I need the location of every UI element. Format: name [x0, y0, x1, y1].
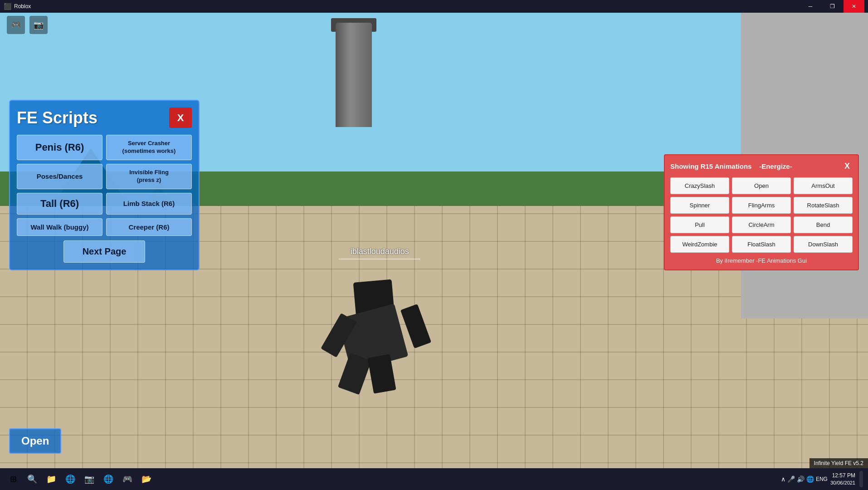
volume-icon[interactable]: 🔊 [797, 475, 805, 483]
fe-btn-limb-stack[interactable]: Limb Stack (R6) [106, 193, 192, 215]
fe-scripts-close-button[interactable]: X [169, 108, 192, 128]
anim-btn-bend[interactable]: Bend [794, 216, 853, 233]
character-leg-left [338, 353, 371, 395]
taskbar-right: ∧ 🎤 🔊 🌐 ENG 12:57 PM 30/06/2021 [781, 471, 864, 487]
taskbar-search-button[interactable]: 🔍 [24, 471, 40, 487]
taskbar-date-display: 30/06/2021 [830, 480, 855, 486]
anim-btn-floatslash[interactable]: FloatSlash [732, 236, 791, 253]
fe-btn-creeper-r6[interactable]: Creeper (R6) [106, 218, 192, 236]
taskbar-fileexplorer-button[interactable]: 📁 [43, 471, 59, 487]
taskbar-time-display: 12:57 PM [830, 472, 855, 480]
fe-btn-penis-r6[interactable]: Penis (R6) [17, 135, 102, 160]
fe-scripts-grid: Penis (R6) Server Crasher(sometimes work… [17, 135, 192, 236]
restore-button[interactable]: ❐ [822, 0, 843, 13]
anim-btn-spinner[interactable]: Spinner [670, 197, 729, 214]
fe-animations-close-button[interactable]: X [842, 161, 853, 172]
language-label: ENG [816, 476, 828, 482]
taskbar-start-button[interactable]: ⊞ [5, 471, 21, 487]
camera-icon[interactable]: 📷 [29, 16, 48, 34]
taskbar-chrome-button[interactable]: 🌐 [62, 471, 78, 487]
iy-notification: Infinite Yield FE v5.2 [809, 458, 868, 468]
fe-btn-invisible-fling[interactable]: Invisible Fling(press z) [106, 164, 192, 189]
taskbar-system-tray: ∧ 🎤 🔊 🌐 ENG [781, 475, 828, 483]
fe-btn-tall-r6[interactable]: Tall (R6) [17, 193, 102, 215]
anim-btn-crazyslash[interactable]: CrazySlash [670, 177, 729, 194]
taskbar-roblox-button[interactable]: 🎮 [119, 471, 136, 487]
taskbar-show-desktop-button[interactable] [859, 471, 863, 487]
taskbar-icon4[interactable]: 📷 [81, 471, 98, 487]
fe-animations-title: Showing R15 Animations -Energize- [670, 162, 792, 170]
fe-anim-title-left: Showing R15 Animations [670, 162, 751, 170]
taskbar-icon7[interactable]: 📂 [138, 471, 155, 487]
anim-btn-rotateslash[interactable]: RotateSlash [794, 197, 853, 214]
network-icon[interactable]: 🌐 [806, 475, 814, 483]
anim-btn-pull[interactable]: Pull [670, 216, 729, 233]
anim-btn-downslash[interactable]: DownSlash [794, 236, 853, 253]
fe-animations-header: Showing R15 Animations -Energize- X [670, 161, 853, 172]
roblox-menu-icon[interactable]: 🎮 [7, 16, 25, 34]
anim-btn-flingarms[interactable]: FlingArms [732, 197, 791, 214]
chevron-up-icon[interactable]: ∧ [781, 475, 785, 483]
minimize-button[interactable]: ─ [800, 0, 821, 13]
fe-animations-grid: CrazySlash Open ArmsOut Spinner FlingArm… [670, 177, 853, 253]
fe-anim-title-right: -Energize- [759, 162, 792, 170]
microphone-icon[interactable]: 🎤 [787, 475, 795, 483]
character-arm-right [400, 304, 431, 348]
fe-btn-server-crasher[interactable]: Server Crasher(sometimes works) [106, 135, 192, 160]
fe-scripts-header: FE Scripts X [17, 108, 192, 128]
taskbar-icon5[interactable]: 🌐 [100, 471, 117, 487]
titlebar-left: ⬛ Roblox [4, 3, 31, 10]
tower [336, 23, 372, 127]
fe-btn-poses-dances[interactable]: Poses/Dances [17, 164, 102, 189]
anim-btn-circlearm[interactable]: CircleArm [732, 216, 791, 233]
fe-animations-panel: Showing R15 Animations -Energize- X Craz… [664, 154, 859, 270]
game-top-icons: 🎮 📷 [7, 16, 48, 34]
player-name-underline [339, 259, 420, 260]
open-button[interactable]: Open [9, 428, 61, 454]
taskbar: ⊞ 🔍 📁 🌐 📷 🌐 🎮 📂 ∧ 🎤 🔊 🌐 ENG 12:57 PM 30/… [0, 468, 868, 490]
titlebar-title: Roblox [14, 3, 31, 10]
anim-btn-weirdzombie[interactable]: WeirdZombie [670, 236, 729, 253]
iy-notification-text: Infinite Yield FE v5.2 [814, 460, 863, 466]
fe-scripts-title: FE Scripts [17, 108, 98, 127]
anim-btn-open[interactable]: Open [732, 177, 791, 194]
fe-scripts-panel: FE Scripts X Penis (R6) Server Crasher(s… [9, 100, 200, 270]
roblox-logo-icon: ⬛ [4, 3, 11, 10]
fe-btn-wall-walk[interactable]: Wall Walk (buggy) [17, 218, 102, 236]
fe-animations-footer: By iIremember -FE Animations Gui [670, 257, 853, 264]
taskbar-clock[interactable]: 12:57 PM 30/06/2021 [830, 472, 855, 486]
close-button[interactable]: ✕ [844, 0, 864, 13]
player-character: iblastloudaudios [330, 247, 429, 392]
titlebar: ⬛ Roblox ─ ❐ ✕ [0, 0, 868, 13]
titlebar-controls: ─ ❐ ✕ [800, 0, 864, 13]
player-name: iblastloudaudios [351, 247, 409, 256]
anim-btn-armsout[interactable]: ArmsOut [794, 177, 853, 194]
next-page-button[interactable]: Next Page [63, 240, 145, 263]
